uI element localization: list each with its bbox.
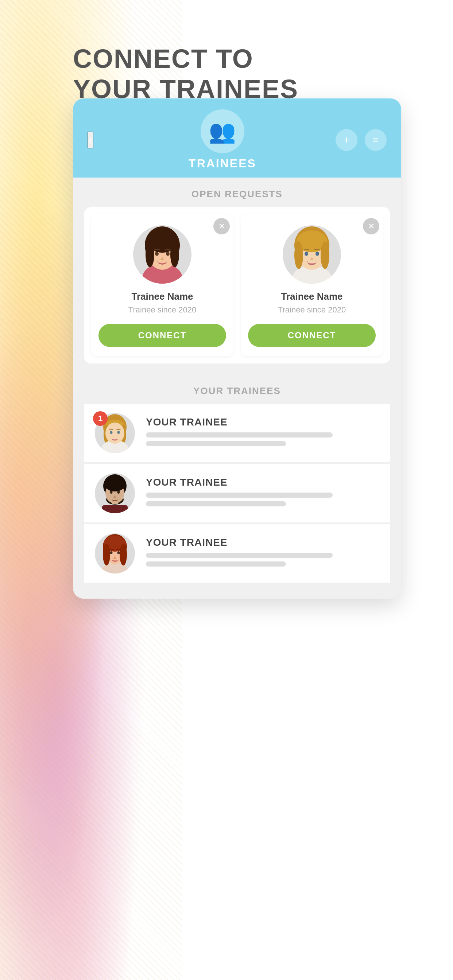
card-avatar-1 [133, 225, 191, 284]
trainee-list-avatar-3 [95, 533, 135, 573]
svg-point-43 [118, 551, 120, 554]
header-avatar-group: 👥 [201, 110, 244, 153]
svg-point-7 [155, 252, 159, 256]
requests-area: ✕ [84, 207, 390, 363]
trainee-list-item-3[interactable]: YOUR TRAINEE [84, 524, 390, 582]
connect-card-1-button[interactable]: CONNECT [99, 324, 226, 347]
skeleton-line-2a [146, 493, 333, 498]
trainees-group-icon: 👥 [209, 118, 236, 145]
header-title: TRAINEES [188, 157, 257, 170]
trainee-2-info: YOUR TRAINEE [146, 477, 379, 510]
svg-point-5 [145, 242, 154, 267]
svg-point-41 [120, 544, 127, 565]
svg-point-15 [321, 241, 329, 269]
header-center: 👥 TRAINEES [188, 110, 257, 170]
close-card-1-button[interactable]: ✕ [214, 218, 230, 234]
back-button[interactable]: ‹ [88, 132, 93, 148]
card-2-since: Trainee since 2020 [278, 305, 346, 315]
trainee-card-2: ✕ [241, 215, 383, 356]
card-2-name: Trainee Name [281, 291, 343, 302]
svg-point-40 [103, 544, 110, 565]
page-title: CONNECT TO YOUR TRAINEES [73, 44, 298, 104]
app-header: ‹ 👥 TRAINEES + ≡ [73, 99, 401, 178]
your-trainees-header: YOUR TRAINEES [73, 374, 401, 404]
trainee-1-badge: 1 [93, 411, 108, 426]
skeleton-line-1b [146, 441, 286, 446]
svg-point-16 [305, 252, 308, 256]
svg-point-14 [294, 241, 303, 269]
skeleton-line-2b [146, 501, 286, 506]
trainee-card-1: ✕ [91, 215, 233, 356]
skeleton-line-3b [146, 562, 286, 566]
trainee-2-name: YOUR TRAINEE [146, 477, 379, 488]
svg-rect-29 [102, 505, 128, 513]
svg-point-6 [170, 242, 179, 267]
add-button[interactable]: + [335, 129, 357, 151]
svg-point-8 [166, 252, 170, 256]
card-1-since: Trainee since 2020 [128, 305, 196, 315]
card-avatar-2 [283, 225, 341, 284]
trainee-3-name: YOUR TRAINEE [146, 537, 379, 548]
svg-point-26 [118, 431, 120, 434]
card-1-name: Trainee Name [131, 291, 193, 302]
app-container: ‹ 👥 TRAINEES + ≡ OPEN REQUESTS ✕ [73, 99, 401, 599]
your-trainees-section: YOUR TRAINEES [73, 374, 401, 582]
avatar-wrap-2 [95, 473, 135, 513]
avatar-wrap-1: 1 [95, 413, 135, 453]
header-right: + ≡ [335, 129, 387, 151]
close-card-2-button[interactable]: ✕ [363, 218, 379, 234]
avatar-wrap-3 [95, 533, 135, 573]
app-content: OPEN REQUESTS ✕ [73, 178, 401, 599]
trainee-list-item-1[interactable]: 1 YOUR TRAINEE [84, 404, 390, 462]
trainee-list-avatar-2 [95, 473, 135, 513]
svg-point-32 [105, 477, 125, 492]
trainee-1-name: YOUR TRAINEE [146, 416, 379, 428]
svg-point-17 [316, 252, 319, 256]
trainee-1-info: YOUR TRAINEE [146, 416, 379, 450]
svg-point-33 [110, 491, 113, 494]
connect-card-2-button[interactable]: CONNECT [248, 324, 376, 347]
open-requests-header: OPEN REQUESTS [73, 178, 401, 207]
svg-point-42 [110, 551, 113, 554]
trainee-list-item-2[interactable]: YOUR TRAINEE [84, 464, 390, 522]
svg-point-25 [110, 431, 113, 434]
trainee-3-info: YOUR TRAINEE [146, 537, 379, 570]
skeleton-line-1a [146, 433, 333, 438]
menu-button[interactable]: ≡ [365, 129, 387, 151]
svg-point-34 [118, 491, 120, 494]
skeleton-line-3a [146, 553, 333, 558]
